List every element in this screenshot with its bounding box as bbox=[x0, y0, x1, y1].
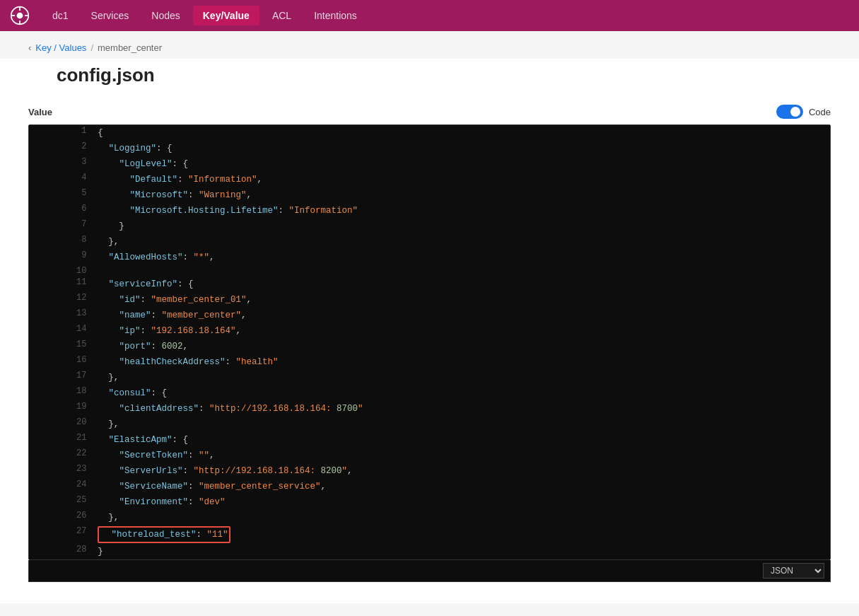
code-line: 23 "ServerUrls": "http://192.168.18.164:… bbox=[29, 463, 830, 479]
code-line: 13 "name": "member_center", bbox=[29, 308, 830, 323]
code-line: 24 "ServiceName": "member_center_service… bbox=[29, 479, 830, 494]
code-toggle-label: Code bbox=[809, 107, 831, 117]
svg-point-1 bbox=[17, 13, 23, 19]
nav-datacenter[interactable]: dc1 bbox=[42, 6, 78, 25]
breadcrumb: ‹ Key / Values / member_center bbox=[0, 31, 859, 59]
code-line: 16 "healthCheckAddress": "health" bbox=[29, 354, 830, 370]
code-line: 7 } bbox=[29, 219, 830, 234]
code-line: 4 "Default": "Information", bbox=[29, 172, 830, 187]
code-line: 1{ bbox=[29, 125, 830, 141]
code-line: 6 "Microsoft.Hosting.Lifetime": "Informa… bbox=[29, 203, 830, 219]
toggle-slider bbox=[776, 105, 803, 119]
code-line: 10 bbox=[29, 265, 830, 277]
code-line: 22 "SecretToken": "", bbox=[29, 448, 830, 463]
code-line: 11 "serviceInfo": { bbox=[29, 277, 830, 292]
nav-item-acl[interactable]: ACL bbox=[262, 6, 301, 25]
value-label: Value bbox=[28, 107, 52, 117]
breadcrumb-sep: / bbox=[90, 42, 93, 53]
code-line: 17 }, bbox=[29, 370, 830, 385]
code-line: 27 "hotreload_test": "11" bbox=[29, 525, 830, 544]
nav-item-intentions[interactable]: Intentions bbox=[304, 6, 367, 25]
code-line: 5 "Microsoft": "Warning", bbox=[29, 187, 830, 203]
code-line: 21 "ElasticApm": { bbox=[29, 432, 830, 448]
code-toggle-row: Code bbox=[776, 105, 831, 119]
nav-item-keyvalue[interactable]: Key/Value bbox=[193, 6, 259, 25]
code-editor[interactable]: 1{2 "Logging": {3 "LogLevel": {4 "Defaul… bbox=[28, 124, 831, 560]
code-line: 8 }, bbox=[29, 234, 830, 250]
code-toggle-switch[interactable] bbox=[776, 105, 803, 119]
code-line: 28} bbox=[29, 544, 830, 559]
format-select[interactable]: JSON YAML Plain Text bbox=[763, 563, 824, 579]
code-line: 25 "Environment": "dev" bbox=[29, 494, 830, 510]
editor-header: Value Code bbox=[28, 98, 831, 124]
format-bar: JSON YAML Plain Text bbox=[28, 560, 831, 582]
code-line: 15 "port": 6002, bbox=[29, 339, 830, 354]
nav-item-services[interactable]: Services bbox=[81, 6, 139, 25]
consul-logo[interactable] bbox=[8, 4, 31, 27]
code-line: 14 "ip": "192.168.18.164", bbox=[29, 323, 830, 339]
back-chevron: ‹ bbox=[28, 42, 31, 53]
code-line: 3 "LogLevel": { bbox=[29, 156, 830, 172]
code-line: 26 }, bbox=[29, 510, 830, 525]
code-line: 9 "AllowedHosts": "*", bbox=[29, 250, 830, 265]
breadcrumb-current: member_center bbox=[98, 42, 162, 53]
nav-item-nodes[interactable]: Nodes bbox=[141, 6, 189, 25]
page-title: config.json bbox=[28, 59, 831, 98]
code-line: 18 "consul": { bbox=[29, 385, 830, 401]
code-line: 12 "id": "member_center_01", bbox=[29, 292, 830, 308]
code-line: 2 "Logging": { bbox=[29, 141, 830, 156]
code-line: 19 "clientAddress": "http://192.168.18.1… bbox=[29, 401, 830, 417]
code-line: 20 }, bbox=[29, 417, 830, 432]
breadcrumb-keyvalues[interactable]: Key / Values bbox=[35, 42, 86, 53]
top-navigation: dc1 Services Nodes Key/Value ACL Intenti… bbox=[0, 0, 859, 31]
